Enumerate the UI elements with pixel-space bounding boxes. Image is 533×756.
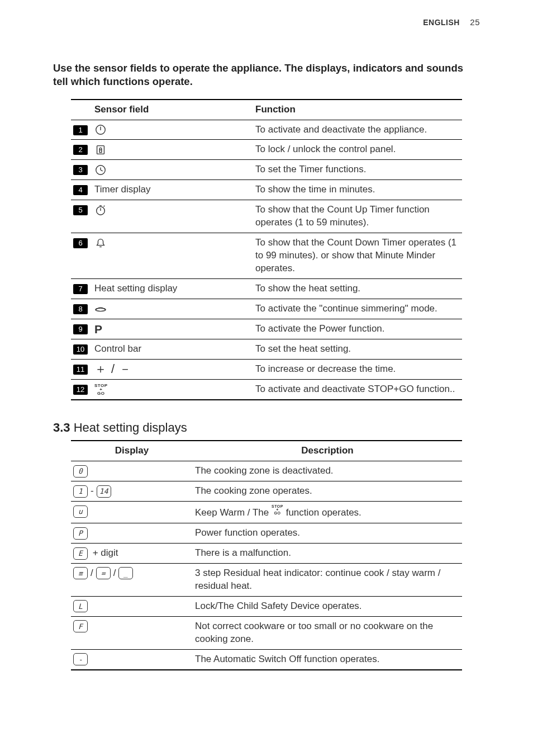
description-cell: 3 step Residual heat indicator: continue… (193, 563, 462, 596)
sensor-field-icon (94, 204, 107, 216)
table-row: LLock/The Child Safety Device operates. (71, 596, 462, 616)
section-text: Heat setting displays (74, 420, 187, 434)
description-cell: Keep Warm / The STOP+GO function operate… (193, 502, 462, 523)
intro-paragraph: Use the sensor fields to operate the app… (53, 62, 480, 88)
plus-minus-icon: ＋ / － (94, 363, 132, 375)
function-cell: To activate the Power function. (253, 319, 462, 339)
description-cell: The cooking zone is deactivated. (193, 461, 462, 481)
stopgo-icon: STOP+GO (272, 505, 283, 515)
table-row: E + digitThere is a malfunction. (71, 544, 462, 564)
description-cell: The cooking zone operates. (193, 481, 462, 502)
th-display: Display (71, 441, 193, 461)
row-number-badge: 8 (73, 304, 88, 314)
svg-rect-3 (99, 150, 102, 153)
table-row: 2To lock / unlock the control panel. (71, 140, 462, 160)
page-number: 25 (470, 17, 480, 27)
function-cell: To activate the "continue simmering" mod… (253, 299, 462, 319)
sensor-field-icon (94, 237, 107, 249)
th-description: Description (193, 441, 462, 461)
display-segment: = (96, 567, 111, 579)
description-cell: Power function operates. (193, 523, 462, 544)
display-cell: L (71, 596, 193, 616)
heat-setting-display-table: Display Description 0The cooking zone is… (71, 440, 462, 670)
function-cell: To show the time in minutes. (253, 180, 462, 200)
sensor-field-cell (92, 160, 253, 180)
power-p-icon: P (94, 323, 102, 335)
table-row: 3To set the Timer functions. (71, 160, 462, 180)
svg-line-6 (101, 170, 103, 171)
sensor-field-icon (94, 164, 107, 176)
clock-icon (94, 164, 107, 176)
simmer-icon (94, 303, 107, 315)
svg-line-10 (104, 206, 105, 207)
table-row: 10Control barTo set the heat setting. (71, 339, 462, 359)
description-cell: Lock/The Child Safety Device operates. (193, 596, 462, 616)
display-segment: L (73, 600, 88, 612)
table-row: ≡ / = / _3 step Residual heat indicator:… (71, 563, 462, 596)
table-row: 7Heat setting displayTo show the heat se… (71, 278, 462, 299)
sensor-field-icon (94, 124, 107, 136)
sensor-field-cell (92, 120, 253, 140)
sensor-field-icon: STOP+GO (94, 384, 108, 395)
table-row: 12STOP+GOTo activate and deactivate STOP… (71, 379, 462, 399)
sensor-field-cell (92, 200, 253, 233)
display-segment: u (73, 505, 88, 518)
sensor-field-cell (92, 233, 253, 279)
sensor-field-cell: Timer display (92, 180, 253, 200)
display-segment: E (73, 547, 88, 560)
row-number-badge: 2 (73, 145, 88, 155)
lock-icon (94, 144, 107, 156)
display-cell: E + digit (71, 544, 193, 564)
row-number-badge: 4 (73, 185, 88, 195)
sensor-field-cell: Control bar (92, 339, 253, 359)
display-cell: P (71, 523, 193, 544)
svg-point-12 (96, 309, 106, 312)
section-3-3-title: 3.3 Heat setting displays (53, 419, 480, 436)
display-cell: F (71, 616, 193, 649)
display-segment: 14 (97, 485, 111, 498)
table-row: 6To show that the Count Down Timer opera… (71, 233, 462, 279)
sensor-field-cell (92, 299, 253, 319)
description-cell: There is a malfunction. (193, 544, 462, 564)
function-cell: To activate and deactivate STOP+GO funct… (253, 379, 462, 399)
function-cell: To show the heat setting. (253, 278, 462, 299)
table-row: -The Automatic Switch Off function opera… (71, 649, 462, 669)
sensor-field-icon (94, 144, 107, 156)
display-cell: - (71, 649, 193, 669)
function-cell: To show that the Count Up Timer function… (253, 200, 462, 233)
sensor-field-icon: ＋ / － (94, 363, 132, 375)
sensor-field-cell: ＋ / － (92, 359, 253, 379)
display-cell: ≡ / = / _ (71, 563, 193, 596)
countup-icon (94, 204, 107, 216)
display-segment: 0 (73, 465, 88, 478)
display-segment: P (73, 527, 88, 540)
function-cell: To increase or decrease the time. (253, 359, 462, 379)
table-row: 1To activate and deactivate the applianc… (71, 120, 462, 140)
power-icon (94, 124, 107, 136)
display-segment: _ (118, 567, 133, 579)
display-cell: u (71, 502, 193, 523)
function-cell: To activate and deactivate the appliance… (253, 120, 462, 140)
display-cell: 1 - 14 (71, 481, 193, 502)
display-suffix: + digit (90, 547, 118, 558)
row-number-badge: 3 (73, 165, 88, 175)
sensor-field-cell: Heat setting display (92, 278, 253, 299)
row-number-badge: 10 (73, 344, 88, 355)
display-segment: F (73, 620, 88, 632)
th-blank (71, 100, 92, 120)
function-cell: To show that the Count Down Timer operat… (253, 233, 462, 279)
page-header: ENGLISH 25 (423, 17, 480, 28)
display-cell: 0 (71, 461, 193, 481)
th-sensor-field: Sensor field (92, 100, 253, 120)
row-number-badge: 1 (73, 125, 88, 135)
table-row: 9PTo activate the Power function. (71, 319, 462, 339)
row-number-badge: 7 (73, 284, 88, 294)
svg-point-7 (97, 206, 105, 215)
row-number-badge: 12 (73, 385, 88, 395)
display-segment: ≡ (73, 567, 88, 579)
th-function: Function (253, 100, 462, 120)
table-row: uKeep Warm / The STOP+GO function operat… (71, 502, 462, 523)
row-number-badge: 11 (73, 365, 88, 375)
description-cell: Not correct cookware or too small or no … (193, 616, 462, 649)
bell-icon (94, 237, 107, 249)
